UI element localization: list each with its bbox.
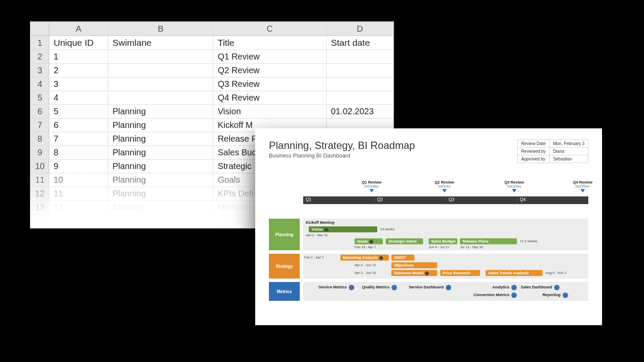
metric-chip[interactable]: Analytics xyxy=(492,285,517,291)
milestone[interactable]: Q3 Review2023/Sep xyxy=(497,180,531,193)
cell-swimlane[interactable] xyxy=(108,91,213,105)
row-header[interactable]: 12 xyxy=(31,187,49,201)
hdr-start[interactable]: Start date xyxy=(326,36,393,50)
cell-start[interactable] xyxy=(326,50,393,64)
cell-swimlane[interactable]: Planning xyxy=(108,105,213,119)
bar-release[interactable]: Release Plans xyxy=(460,238,517,244)
milestone[interactable]: Q4 Review2023/Dec xyxy=(566,180,600,193)
cell-unique-id[interactable]: 7 xyxy=(49,132,108,146)
cell-unique-id[interactable]: 4 xyxy=(49,91,108,105)
cell-swimlane[interactable] xyxy=(108,64,213,77)
cell-swimlane[interactable]: Planning xyxy=(108,160,213,173)
col-header-c[interactable]: C xyxy=(213,22,326,36)
bar-price[interactable]: Price Research xyxy=(440,270,480,276)
cell-unique-id[interactable]: 5 xyxy=(49,105,108,119)
cell-unique-id[interactable]: 9 xyxy=(49,160,108,173)
metric-chip[interactable]: Quality Metrics xyxy=(362,285,397,291)
burst-icon xyxy=(445,285,451,291)
hdr-unique-id[interactable]: Unique ID xyxy=(49,36,108,50)
cell-unique-id[interactable]: 3 xyxy=(49,77,108,91)
cell-unique-id[interactable]: 8 xyxy=(49,146,108,160)
cell-title[interactable]: Q4 Review xyxy=(213,91,326,105)
metric-label: Reporting xyxy=(543,293,561,297)
range-apr-jun10: Apr 2 - Jun 10 xyxy=(355,271,376,275)
cell-unique-id[interactable]: 2 xyxy=(49,64,108,77)
table-header-row: 1 Unique ID Swimlane Title Start date xyxy=(31,36,394,50)
col-header-d[interactable]: D xyxy=(326,22,393,36)
row-header[interactable]: 4 xyxy=(31,77,49,91)
bar-business-model[interactable]: Business Model xyxy=(391,270,437,276)
pin-icon xyxy=(512,189,516,193)
metric-chip[interactable]: Service Dashboard xyxy=(409,285,452,291)
cell-unique-id[interactable]: 12 xyxy=(49,201,108,214)
cell-title[interactable]: Vision xyxy=(213,105,326,119)
cell-unique-id[interactable]: 6 xyxy=(49,119,108,132)
row-header[interactable]: 2 xyxy=(31,50,49,64)
row-header[interactable]: 7 xyxy=(31,119,49,132)
burst-icon xyxy=(511,292,517,298)
bar-swot[interactable]: SWOT xyxy=(391,255,414,261)
cell-start[interactable] xyxy=(326,77,393,91)
lane-label-strategy: Strategy xyxy=(269,254,300,279)
select-all-corner[interactable] xyxy=(31,22,49,36)
row-header[interactable]: 8 xyxy=(31,132,49,146)
timeline: Q1 Review2023/MarQ2 Review2023/JulQ3 Rev… xyxy=(269,180,588,206)
bar-objectives[interactable]: Objectives xyxy=(391,262,437,268)
metric-chip[interactable]: Reporting xyxy=(543,292,569,298)
row-header[interactable]: 5 xyxy=(31,91,49,105)
table-row: 54Q4 Review xyxy=(31,91,394,105)
metric-chip[interactable]: Conversion Metrics xyxy=(474,292,517,298)
cell-swimlane[interactable]: Planning xyxy=(108,119,213,132)
meta-val-approved-by: Sebastian xyxy=(549,155,588,163)
cell-title[interactable]: Q3 Review xyxy=(213,77,326,91)
metric-chip[interactable]: Sales Dashboard xyxy=(521,285,560,291)
cell-start[interactable] xyxy=(326,91,393,105)
col-header-a[interactable]: A xyxy=(49,22,108,36)
cell-start[interactable] xyxy=(326,64,393,77)
cell-start[interactable]: 01.02.2023 xyxy=(326,105,393,119)
cell-unique-id[interactable]: 13 xyxy=(49,214,108,228)
metric-chip[interactable]: Service Metrics xyxy=(319,285,355,291)
range-jan-mar: Jan 2 - Mar 31 xyxy=(306,233,328,237)
bar-goals[interactable]: Goals xyxy=(355,238,383,244)
row-header[interactable]: 11 xyxy=(31,173,49,187)
meta-lbl-reviewed-by: Reviewed by xyxy=(518,148,549,155)
cell-swimlane[interactable]: Planning xyxy=(108,173,213,187)
cell-unique-id[interactable]: 1 xyxy=(49,50,108,64)
row-header[interactable]: 13 xyxy=(31,201,49,214)
milestone[interactable]: Q2 Review2023/Jul xyxy=(427,180,462,193)
col-header-b[interactable]: B xyxy=(108,22,213,36)
cell-swimlane[interactable]: Strategy xyxy=(108,214,213,228)
hdr-title[interactable]: Title xyxy=(213,36,326,50)
bar-marketing[interactable]: Marketing Analysis xyxy=(340,255,389,261)
cell-title[interactable]: Q1 Review xyxy=(213,50,326,64)
cell-swimlane[interactable]: Planning xyxy=(108,132,213,146)
cell-swimlane[interactable] xyxy=(108,77,213,91)
diamond-icon xyxy=(379,255,384,260)
cell-swimlane[interactable]: Strategy xyxy=(108,201,213,214)
row-header[interactable]: 14 xyxy=(31,214,49,228)
bar-vision[interactable]: Vision xyxy=(309,226,377,232)
burst-icon xyxy=(349,285,355,291)
pin-icon xyxy=(370,189,374,193)
row-header[interactable]: 3 xyxy=(31,64,49,77)
bar-trends[interactable]: Sales Trends Analysis xyxy=(486,270,543,276)
range-feb-apr7: Feb 2 - Apr 7 xyxy=(304,255,324,259)
cell-swimlane[interactable] xyxy=(108,50,213,64)
bar-intent[interactable]: Strategic Intent xyxy=(386,238,423,244)
row-header[interactable]: 1 xyxy=(31,36,49,50)
bar-sales-budget[interactable]: Sales Budget xyxy=(429,238,457,244)
range-apr-jun12: Apr 2 - Jun 12 xyxy=(355,263,376,267)
lane-planning: Planning Kickoff Meeting Vision 13 weeks… xyxy=(269,219,588,250)
row-header[interactable]: 10 xyxy=(31,160,49,173)
hdr-swimlane[interactable]: Swimlane xyxy=(108,36,213,50)
cell-swimlane[interactable]: Planning xyxy=(108,187,213,201)
row-header[interactable]: 6 xyxy=(31,105,49,119)
cell-unique-id[interactable]: 10 xyxy=(49,173,108,187)
row-header[interactable]: 9 xyxy=(31,146,49,160)
cell-unique-id[interactable]: 11 xyxy=(49,187,108,201)
milestone[interactable]: Q1 Review2023/Mar xyxy=(355,180,389,193)
cell-title[interactable]: Q2 Review xyxy=(213,64,326,77)
cell-swimlane[interactable]: Planning xyxy=(108,146,213,160)
meta-val-review-date: Mon, February 3 xyxy=(549,140,588,148)
